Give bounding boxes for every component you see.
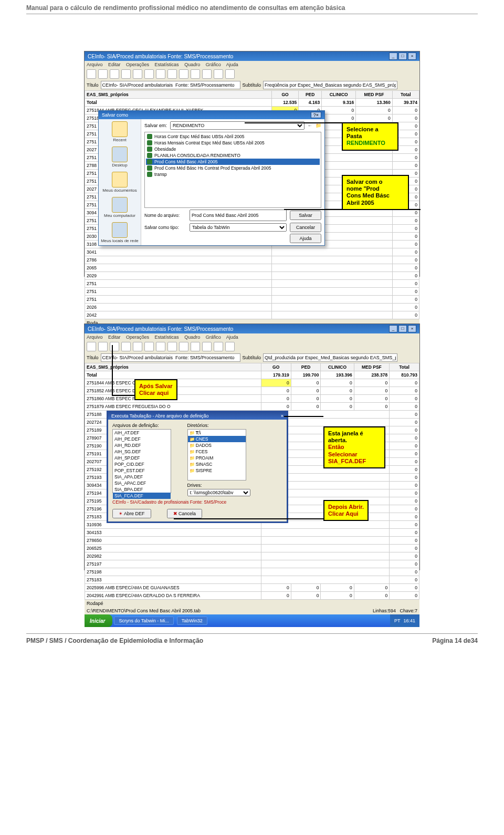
- list-item[interactable]: SIA_APAC.DEF: [113, 480, 171, 486]
- toolbar-icon[interactable]: [225, 69, 235, 79]
- menu-arquivo[interactable]: Arquivo: [87, 335, 103, 340]
- toolbar-icon[interactable]: [191, 342, 200, 351]
- arquivos-listbox[interactable]: AIH_AT.DEF AIH_PE.DEF AIH_RD.DEF AIH_SG.…: [112, 429, 171, 493]
- task-scryns[interactable]: Scryns do Tabwin - Mi...: [114, 617, 173, 625]
- toolbar-icon[interactable]: [202, 342, 212, 351]
- toolbar-icon[interactable]: [110, 342, 119, 351]
- restore-icon[interactable]: □: [398, 53, 407, 60]
- start-button[interactable]: Iniciar: [85, 614, 112, 627]
- menu-operacoes[interactable]: Operações: [126, 62, 149, 67]
- toolbar-icon[interactable]: [144, 342, 154, 351]
- file-item[interactable]: Horas Contr Espc Méd Basc UBSs Abril 200…: [146, 133, 320, 140]
- toolbar-icon[interactable]: [167, 69, 177, 79]
- file-item-selected[interactable]: Prod Cons Méd Basc Abril 2005: [146, 159, 320, 165]
- nome-input[interactable]: [190, 210, 287, 221]
- up-icon[interactable]: 📁: [316, 123, 321, 128]
- minimize-icon[interactable]: _: [389, 53, 397, 60]
- close-icon[interactable]: ×: [408, 325, 416, 332]
- cancelar-button[interactable]: Cancelar: [290, 223, 321, 232]
- toolbar-icon[interactable]: [191, 69, 200, 79]
- dir-item[interactable]: FCES: [188, 448, 246, 455]
- toolbar-icon[interactable]: [167, 342, 177, 351]
- restore-icon[interactable]: □: [398, 325, 407, 332]
- menu-editar[interactable]: Editar: [108, 62, 121, 67]
- menu-bar[interactable]: Arquivo Editar Operações Estatísticas Qu…: [85, 61, 419, 68]
- dir-item[interactable]: PROAIM: [188, 455, 246, 461]
- toolbar-icon[interactable]: [179, 69, 188, 79]
- dir-item[interactable]: DADOS: [188, 442, 246, 448]
- abre-def-button[interactable]: ✶ Abre DEF: [112, 509, 151, 518]
- subtitulo-input[interactable]: [263, 353, 397, 362]
- diretorios-listbox[interactable]: T:\ CNES DADOS FCES PROAIM SINASC SISPRE: [187, 429, 246, 481]
- toolbar-icon[interactable]: [121, 342, 131, 351]
- drives-select[interactable]: t: \\smsgbc0620\tabv: [187, 489, 250, 496]
- list-item[interactable]: AIH_RD.DEF: [113, 442, 171, 448]
- list-item[interactable]: AIH_SG.DEF: [113, 448, 171, 455]
- menu-ajuda[interactable]: Ajuda: [226, 335, 238, 340]
- ajuda-button[interactable]: Ajuda: [290, 234, 321, 243]
- close-icon[interactable]: ×: [281, 413, 284, 419]
- toolbar-icon[interactable]: [98, 69, 108, 79]
- subtitulo-input[interactable]: [263, 81, 397, 89]
- toolbar-icon[interactable]: [133, 69, 142, 79]
- toolbar-icon[interactable]: [144, 69, 154, 79]
- menu-operacoes[interactable]: Operações: [126, 335, 149, 340]
- menu-editar[interactable]: Editar: [108, 335, 121, 340]
- toolbar-icon[interactable]: [156, 69, 165, 79]
- menu-bar[interactable]: Arquivo Editar Operações Estatísticas Qu…: [85, 333, 419, 341]
- list-item[interactable]: AIH_AT.DEF: [113, 430, 171, 436]
- close-icon[interactable]: ×: [408, 53, 416, 60]
- toolbar-icon[interactable]: [214, 69, 223, 79]
- list-item[interactable]: POP_EST.DEF: [113, 467, 171, 474]
- list-item[interactable]: SIA_APA.DEF: [113, 474, 171, 480]
- place-desktop[interactable]: Desktop: [112, 147, 128, 168]
- tipo-select[interactable]: Tabela do TabWin: [190, 223, 287, 232]
- file-item[interactable]: Horas Mensais Contrat Espc Méd Basc UBSs…: [146, 140, 320, 146]
- minimize-icon[interactable]: _: [389, 325, 397, 332]
- task-tabwin[interactable]: TabWin32: [177, 617, 207, 625]
- toolbar-icon[interactable]: [214, 342, 223, 351]
- menu-arquivo[interactable]: Arquivo: [87, 62, 103, 67]
- file-item[interactable]: Prod Cons Méd Básc Hs Contrat Prod Esper…: [146, 165, 320, 171]
- back-icon[interactable]: ←: [308, 123, 312, 128]
- place-computer[interactable]: Meu computador: [104, 197, 135, 218]
- list-item-selected[interactable]: SIA_FCA.DEF: [113, 493, 171, 499]
- help-icon[interactable]: ?×: [311, 112, 321, 118]
- toolbar-icon[interactable]: [179, 342, 188, 351]
- menu-quadro[interactable]: Quadro: [184, 335, 200, 340]
- menu-grafico[interactable]: Gráfico: [206, 335, 221, 340]
- dir-item[interactable]: SINASC: [188, 461, 246, 467]
- menu-quadro[interactable]: Quadro: [184, 62, 200, 67]
- file-item[interactable]: PLANILHA CONSOLIDADA RENDIMENTO: [146, 152, 320, 159]
- file-item[interactable]: Obesidade: [146, 146, 320, 152]
- toolbar-icon[interactable]: [87, 69, 96, 79]
- place-recent[interactable]: Recent: [112, 121, 128, 142]
- dir-item-selected[interactable]: CNES: [188, 436, 246, 442]
- dir-item[interactable]: SISPRE: [188, 467, 246, 474]
- place-documents[interactable]: Meus documentos: [102, 172, 136, 193]
- toolbar-icon[interactable]: [121, 69, 131, 79]
- toolbar-icon[interactable]: [156, 342, 165, 351]
- place-network[interactable]: Meus locais de rede: [101, 222, 139, 243]
- list-item[interactable]: AIH_PE.DEF: [113, 436, 171, 442]
- toolbar-icon[interactable]: [110, 69, 119, 79]
- file-list[interactable]: Horas Contr Espc Méd Basc UBSs Abril 200…: [144, 132, 321, 208]
- toolbar-icon[interactable]: [225, 342, 235, 351]
- list-item[interactable]: AIH_SP.DEF: [113, 455, 171, 461]
- menu-grafico[interactable]: Gráfico: [206, 62, 221, 67]
- dir-root[interactable]: T:\: [188, 430, 246, 436]
- toolbar-icon[interactable]: [87, 342, 96, 351]
- toolbar-icon[interactable]: [202, 69, 212, 79]
- titulo-input[interactable]: [101, 353, 240, 362]
- menu-ajuda[interactable]: Ajuda: [226, 62, 238, 67]
- menu-estatisticas[interactable]: Estatísticas: [155, 335, 179, 340]
- salvar-button[interactable]: Salvar: [290, 211, 321, 220]
- tray-lang[interactable]: PT: [394, 618, 401, 623]
- toolbar-icon[interactable]: [98, 342, 108, 351]
- list-item[interactable]: SIA_BPA.DEF: [113, 486, 171, 493]
- titulo-input[interactable]: [101, 81, 240, 89]
- cancela-button[interactable]: ✖ Cancela: [167, 509, 203, 518]
- list-item[interactable]: POP_CID.DEF: [113, 461, 171, 467]
- menu-estatisticas[interactable]: Estatísticas: [155, 62, 179, 67]
- toolbar-icon[interactable]: [133, 342, 142, 351]
